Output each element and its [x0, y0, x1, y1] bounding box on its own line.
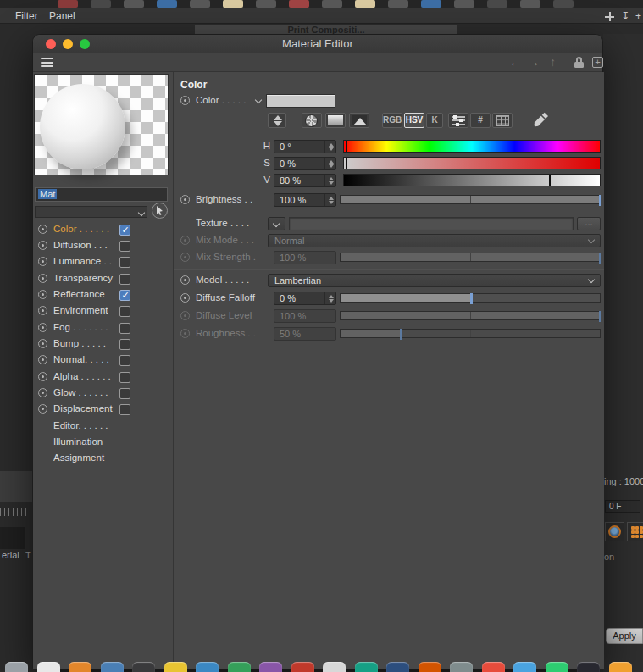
brightness-slider[interactable] [340, 195, 601, 204]
dock-app-icon[interactable] [609, 662, 632, 672]
channel-row-environment[interactable]: Environment [33, 304, 174, 319]
dock-toggle-icon[interactable]: + [635, 10, 641, 22]
spinner-arrows[interactable] [324, 175, 335, 186]
channel-checkbox[interactable] [119, 274, 130, 285]
dock-app-icon[interactable] [577, 662, 600, 672]
spectrum-mode-icon[interactable] [325, 113, 346, 128]
texture-path-field[interactable] [289, 217, 574, 230]
frame-field-partial[interactable]: 0 F [605, 500, 640, 513]
material-name-input[interactable]: Mat [35, 187, 168, 202]
texture-dropdown-button[interactable] [268, 217, 285, 230]
dock-app-icon[interactable] [323, 662, 346, 672]
saturation-gradient-slider[interactable] [343, 157, 601, 169]
page-row-editor[interactable]: Editor. . . . . . [33, 419, 174, 434]
back-icon[interactable]: ← [509, 55, 521, 69]
texture-browse-button[interactable]: ... [577, 217, 601, 230]
dock-app-icon[interactable] [259, 662, 282, 672]
pick-material-button[interactable] [152, 203, 168, 219]
channel-checkbox[interactable] [119, 257, 130, 268]
new-window-icon[interactable]: + [592, 57, 603, 68]
move-icon[interactable] [605, 12, 614, 21]
channel-row-alpha[interactable]: Alpha . . . . . . [33, 370, 174, 385]
channel-row-luminance[interactable]: Luminance . . [33, 255, 174, 269]
slider-handle[interactable] [599, 195, 601, 206]
color-wheel-icon[interactable] [302, 113, 322, 128]
channel-row-transparency[interactable]: Transparency [33, 272, 174, 286]
spinner-arrows[interactable] [324, 292, 335, 304]
spinner-arrows[interactable] [324, 158, 335, 169]
channel-checkbox[interactable] [119, 372, 130, 383]
color-swatch[interactable] [266, 94, 335, 108]
page-row-illumination[interactable]: Illumination [33, 436, 174, 450]
dock-app-icon[interactable] [69, 662, 91, 672]
forward-icon[interactable]: → [528, 55, 540, 69]
channel-row-glow[interactable]: Glow . . . . . . [33, 386, 174, 401]
hue-gradient-slider[interactable] [343, 140, 601, 153]
apply-button[interactable]: Apply [606, 628, 643, 644]
channel-checkbox[interactable] [119, 323, 130, 334]
saturation-spinner[interactable]: 0 % [274, 157, 336, 170]
dock-app-icon[interactable] [5, 662, 28, 672]
dock-app-icon[interactable] [482, 662, 505, 672]
value-gradient-slider[interactable] [343, 174, 601, 186]
dock-app-icon[interactable] [546, 662, 568, 672]
material-preview[interactable] [34, 74, 169, 175]
channel-checkbox[interactable] [119, 339, 130, 350]
menu-panel[interactable]: Panel [49, 10, 75, 22]
material-preset-dropdown[interactable] [35, 206, 147, 218]
dock-app-icon[interactable] [228, 662, 251, 672]
parameter-enable-icon[interactable] [180, 275, 190, 285]
dock-app-icon[interactable] [419, 662, 441, 672]
material-ball-icon[interactable] [605, 522, 624, 541]
value-spinner[interactable]: 80 % [274, 174, 336, 187]
channel-checkbox[interactable] [119, 290, 130, 301]
page-row-assignment[interactable]: Assignment [33, 452, 174, 466]
channel-row-color[interactable]: Color . . . . . . [33, 223, 174, 237]
parameter-enable-icon[interactable] [180, 195, 190, 204]
hsv-mode-button[interactable]: HSV [404, 113, 424, 128]
model-dropdown[interactable]: Lambertian [268, 274, 601, 287]
slider-cursor[interactable] [549, 175, 551, 186]
parameter-enable-icon[interactable] [180, 293, 190, 303]
menu-filter[interactable]: Filter [15, 10, 38, 22]
channel-checkbox[interactable] [119, 388, 130, 399]
brightness-spinner[interactable]: 100 % [274, 193, 336, 207]
channel-checkbox[interactable] [119, 355, 130, 366]
menu-icon[interactable] [41, 58, 53, 68]
dock-app-icon[interactable] [291, 662, 314, 672]
channel-checkbox[interactable] [119, 225, 130, 236]
slider-cursor[interactable] [346, 141, 347, 152]
image-mode-icon[interactable] [349, 113, 369, 128]
dock-app-icon[interactable] [355, 662, 378, 672]
dock-app-icon[interactable] [386, 662, 409, 672]
hex-mode-button[interactable]: # [470, 113, 491, 128]
channel-checkbox[interactable] [119, 404, 130, 415]
dock-app-icon[interactable] [37, 662, 60, 672]
hue-spinner[interactable]: 0 ° [274, 140, 336, 153]
spinner-arrows[interactable] [324, 141, 335, 153]
dock-app-icon[interactable] [196, 662, 219, 672]
channel-row-displacement[interactable]: Displacement [33, 403, 174, 417]
channel-row-normal[interactable]: Normal. . . . . [33, 353, 174, 368]
up-icon[interactable]: ↑ [550, 55, 556, 69]
dots-grid-icon-button[interactable] [627, 522, 643, 541]
dock-app-icon[interactable] [513, 662, 536, 672]
channel-row-reflectance[interactable]: Reflectance [33, 288, 174, 303]
channel-row-diffusion[interactable]: Diffusion . . . [33, 239, 174, 253]
titlebar[interactable]: Material Editor [33, 35, 602, 53]
dock-app-icon[interactable] [450, 662, 473, 672]
slider-cursor[interactable] [346, 158, 347, 169]
mixer-mode-icon[interactable] [448, 113, 468, 128]
kelvin-mode-button[interactable]: K [426, 113, 443, 128]
compare-icon[interactable] [268, 113, 286, 128]
channel-checkbox[interactable] [119, 306, 130, 317]
pin-icon[interactable]: ↧ [621, 10, 629, 22]
spinner-arrows[interactable] [324, 194, 335, 206]
dock-app-icon[interactable] [132, 662, 155, 672]
lock-icon[interactable] [574, 57, 585, 69]
diffuse-falloff-spinner[interactable]: 0 % [274, 292, 336, 305]
eyedropper-icon[interactable] [533, 111, 550, 128]
parameter-enable-icon[interactable] [180, 96, 190, 105]
channel-row-fog[interactable]: Fog . . . . . . . [33, 321, 174, 336]
diffuse-falloff-slider[interactable] [340, 293, 601, 303]
